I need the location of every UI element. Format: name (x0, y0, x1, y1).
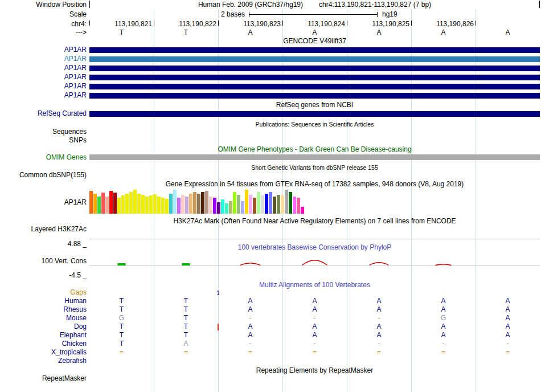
publications-header[interactable]: Publications: Sequences in Scientific Ar… (89, 121, 540, 128)
refseq-header[interactable]: RefSeq genes from NCBI (89, 101, 540, 109)
gencode-transcript-bar[interactable] (89, 66, 540, 71)
gtex-expression-bar[interactable] (153, 194, 157, 214)
gencode-transcript-bar[interactable] (89, 84, 540, 89)
dbsnp-label[interactable]: Common dbSNP(155) (0, 172, 87, 179)
gtex-expression-bar[interactable] (281, 195, 284, 214)
gtex-expression-bar[interactable] (145, 197, 149, 214)
gencode-transcript-bar[interactable] (89, 93, 540, 99)
gtex-expression-bar[interactable] (105, 197, 109, 214)
phylop-graph[interactable] (89, 253, 540, 276)
snps-label[interactable]: SNPs (0, 137, 87, 144)
gtex-expression-bar[interactable] (97, 197, 101, 214)
gtex-expression-bar[interactable] (269, 192, 272, 214)
gtex-expression-bar[interactable] (193, 192, 196, 214)
species-label-zebrafish[interactable]: Zebrafish (0, 357, 87, 365)
gtex-expression-bar[interactable] (249, 195, 252, 214)
phylop-track-label[interactable]: 100 Vert. Cons (0, 258, 87, 265)
gtex-expression-bar[interactable] (185, 197, 188, 214)
gtex-expression-bar[interactable] (101, 193, 105, 214)
phylop-header[interactable]: 100 vertebrates Basewise Conservation by… (89, 244, 540, 251)
gtex-expression-bar[interactable] (161, 198, 165, 214)
gtex-expression-bar[interactable] (189, 194, 192, 214)
omim-genes-label[interactable]: OMIM Genes (0, 154, 87, 161)
gtex-expression-bar[interactable] (257, 192, 260, 214)
repeatmasker-header[interactable]: Repeating Elements by RepeatMasker (89, 367, 540, 374)
refseq-curated-track[interactable] (89, 111, 540, 117)
gencode-transcript-bar[interactable] (89, 56, 540, 62)
gtex-expression-bar[interactable] (229, 201, 232, 214)
gtex-expression-bar[interactable] (129, 192, 133, 214)
gtex-expression-bar[interactable] (277, 195, 280, 214)
gtex-expression-bar[interactable] (289, 192, 292, 214)
species-label-rhesus[interactable]: Rhesus (0, 306, 87, 313)
gtex-expression-bar[interactable] (173, 190, 177, 214)
species-label-x_tropicalis[interactable]: X_tropicalis (0, 349, 87, 356)
gencode-transcript-label[interactable]: AP1AR (0, 83, 87, 90)
gtex-expression-bar[interactable] (221, 199, 224, 214)
gtex-expression-bar[interactable] (201, 192, 204, 214)
species-label-elephant[interactable]: Elephant (0, 332, 87, 339)
gtex-expression-bar[interactable] (177, 198, 181, 214)
gtex-expression-bar[interactable] (89, 191, 93, 214)
gtex-expression-bar[interactable] (273, 197, 276, 214)
h3k27ac-header[interactable]: H3K27Ac Mark (Often Found Near Active Re… (89, 218, 540, 225)
h3k27ac-label[interactable]: Layered H3K27Ac (0, 226, 87, 233)
multiz-header[interactable]: Multiz Alignments of 100 Vertebrates (89, 281, 540, 289)
gtex-expression-bar[interactable] (297, 198, 300, 214)
gtex-expression-bar[interactable] (93, 194, 97, 214)
gtex-expression-bar[interactable] (265, 194, 268, 214)
gencode-transcript-label[interactable]: AP1AR (0, 74, 87, 81)
gtex-expression-bar[interactable] (217, 202, 220, 214)
gtex-expression-bar[interactable] (149, 195, 153, 214)
species-label-mouse[interactable]: Mouse (0, 315, 87, 322)
gtex-expression-bar[interactable] (169, 194, 173, 214)
gtex-expression-bar[interactable] (253, 198, 256, 214)
gtex-expression-bar[interactable] (205, 191, 208, 214)
dbsnp-header[interactable]: Short Genetic Variants from dbSNP releas… (89, 164, 540, 172)
gencode-header[interactable]: GENCODE V49lift37 (89, 38, 540, 45)
gencode-transcript-label[interactable]: AP1AR (0, 92, 87, 99)
gencode-transcript-bar[interactable] (89, 75, 540, 80)
species-label-chicken[interactable]: Chicken (0, 340, 87, 348)
species-label-dog[interactable]: Dog (0, 323, 87, 330)
ruler-coordinate: 113,190,823 (227, 21, 281, 28)
ruler-tick (476, 21, 476, 26)
gtex-expression-bar[interactable] (117, 198, 121, 214)
omim-header[interactable]: OMIM Gene Phenotypes - Dark Green Can Be… (89, 146, 540, 153)
gtex-expression-bar[interactable] (121, 195, 125, 214)
omim-genes-track[interactable] (89, 154, 540, 160)
gtex-expression-bar[interactable] (209, 197, 212, 214)
gtex-expression-bar[interactable] (237, 195, 240, 214)
repeatmasker-label[interactable]: RepeatMasker (0, 375, 87, 382)
sequences-label[interactable]: Sequences (0, 128, 87, 136)
gtex-gene-label[interactable]: AP1AR (0, 199, 87, 206)
gtex-expression-bar[interactable] (113, 193, 117, 214)
gencode-transcript-label[interactable]: AP1AR (0, 55, 87, 63)
alignment-base: A (312, 297, 317, 305)
gtex-expression-bar[interactable] (197, 194, 200, 214)
gtex-expression-bar[interactable] (213, 198, 216, 214)
gtex-expression-bar[interactable] (125, 194, 129, 214)
gtex-expression-bar[interactable] (233, 192, 236, 214)
gtex-expression-bar[interactable] (165, 199, 169, 214)
gtex-expression-bar[interactable] (261, 195, 264, 214)
gencode-transcript-label[interactable]: AP1AR (0, 46, 87, 54)
gtex-expression-bar[interactable] (241, 201, 244, 214)
gtex-expression-bar[interactable] (157, 197, 161, 214)
gtex-expression-bar[interactable] (225, 203, 228, 214)
gencode-transcript-label[interactable]: AP1AR (0, 64, 87, 72)
gtex-expression-bar[interactable] (301, 207, 304, 214)
gtex-expression-bar[interactable] (133, 190, 137, 214)
species-label-human[interactable]: Human (0, 297, 87, 305)
gtex-expression-bar[interactable] (285, 190, 288, 214)
gtex-expression-bar[interactable] (181, 195, 185, 214)
gtex-expression-bar[interactable] (137, 194, 141, 214)
gtex-expression-bar[interactable] (293, 197, 296, 214)
refseq-curated-label[interactable]: RefSeq Curated (0, 110, 87, 117)
gtex-expression-bar[interactable] (245, 190, 248, 214)
gencode-transcript-bar[interactable] (89, 47, 540, 53)
multiz-gaps-label[interactable]: Gaps (0, 289, 87, 296)
gtex-expression-bar[interactable] (109, 191, 113, 214)
gtex-expression-bar[interactable] (141, 195, 145, 214)
gtex-header[interactable]: Gene Expression in 54 tissues from GTEx … (89, 181, 540, 188)
